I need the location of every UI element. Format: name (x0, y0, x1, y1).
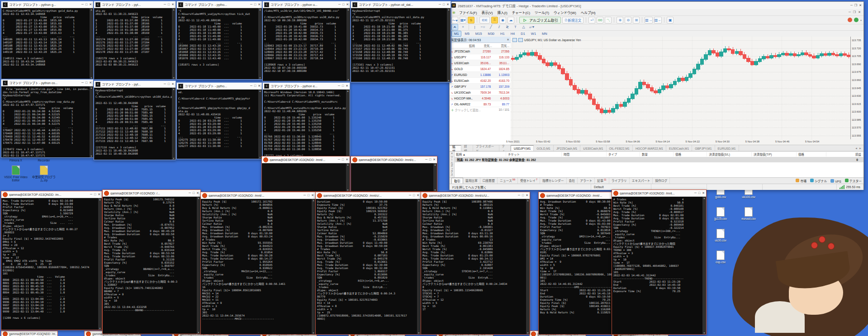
minimize-button[interactable]: ─ (518, 193, 520, 198)
scrollbar[interactable] (98, 198, 102, 330)
signal-icon[interactable]: ◉ (499, 17, 506, 24)
maximize-button[interactable]: □ (254, 2, 256, 7)
window-titlebar[interactable]: gamma@DESKTOP-IG3QNDD: /m...─□✕ (1, 191, 102, 198)
scrollbar[interactable] (172, 88, 175, 160)
crosshair-tool-icon[interactable]: + (460, 24, 466, 30)
timeframe-W1[interactable]: W1 (528, 31, 539, 37)
vertical-line-tool-icon[interactable]: | (471, 24, 478, 30)
terminal-body[interactable]: Duration 0 days 19:59:00 Exposure Time [… (316, 199, 421, 334)
arrows-dropdown-icon[interactable]: ▵▫▾ (528, 24, 535, 30)
timeframe-MN[interactable]: MN (539, 31, 550, 37)
minimize-button[interactable]: ─ (81, 80, 84, 85)
toolbox-tab-エキスパート[interactable]: エキスパート (630, 178, 653, 184)
horizontal-line-tool-icon[interactable]: −○ (479, 24, 486, 30)
cloud-icon[interactable]: ☁ (508, 17, 514, 24)
zoom-in-icon[interactable]: ⊕ (617, 17, 623, 24)
minimize-button[interactable]: ─ (850, 3, 853, 8)
mw-tab-ティ[interactable]: ティ (499, 145, 511, 151)
close-button[interactable]: ✕ (417, 193, 419, 198)
terminal-body[interactable]: Equity Peak [$] 100389.987496 Return [%]… (421, 199, 530, 334)
lock-icon[interactable]: ⚿ (491, 17, 498, 24)
minimize-button[interactable]: ─ (189, 191, 191, 195)
scrollbar[interactable] (258, 90, 262, 159)
close-button[interactable]: ✕ (196, 191, 199, 195)
mw-tab-銘柄[interactable]: 銘柄 (450, 145, 461, 151)
maximize-button[interactable]: □ (85, 2, 87, 7)
window-titlebar[interactable]: Cコマンド プロンプト - python e...─□✕ (263, 83, 350, 90)
toolbox-tab-取引[interactable]: 取引 (451, 178, 463, 184)
desktop-icon-Recorder[interactable]: Recorder (32, 158, 56, 162)
chart-tab-HGCOP-MAR22,M1[interactable]: HGCOP-MAR22,M1 (633, 145, 666, 151)
window-titlebar[interactable]: Cコマンド プロンプト - python oil_dat...─□✕ (351, 1, 451, 8)
ide-button[interactable]: IDE (479, 17, 490, 24)
menu-item-表示(V)[interactable]: 表示(V) (479, 9, 495, 15)
market-watch-row[interactable]: ↘HGCOP-MA..4.59464.6003 (450, 95, 511, 101)
terminal-body[interactable]: KeyboardInterrupt ^C C:¥Users¥labo¥MT5_o… (351, 8, 451, 82)
minimize-button[interactable]: ─ (90, 192, 92, 197)
toolbox-vertical-label[interactable]: ツールボックス (450, 156, 454, 176)
depth-of-market-icon[interactable] (512, 38, 517, 42)
toolbox-tab-ニュース[interactable]: ニュース99 (498, 178, 518, 184)
scrollbar[interactable] (197, 197, 200, 334)
scrollbar[interactable] (172, 8, 175, 79)
close-button[interactable]: ✕ (859, 3, 862, 8)
chart-close-button[interactable]: ✕ (858, 10, 861, 14)
statusicon-テスター[interactable]: テスター (845, 179, 862, 183)
scrollbar[interactable] (90, 86, 93, 157)
minimize-button[interactable]: ─ (304, 193, 306, 198)
toolbox-tab-アラート[interactable]: アラート (578, 178, 595, 184)
close-button[interactable]: ✕ (446, 2, 449, 7)
bar-style-dropdown[interactable]: ▦▾ (460, 17, 466, 24)
tab-scroll-left-icon[interactable]: ◄ (855, 147, 858, 150)
chart-tab-JP225Cash,M1[interactable]: JP225Cash,M1 (554, 145, 580, 151)
scrollbar[interactable] (312, 199, 315, 334)
terminal-body[interactable]: Microsoft Windows [Version 10.0.19043.14… (263, 90, 350, 159)
close-button[interactable]: ✕ (89, 80, 92, 85)
window-titlebar[interactable]: gamma@DESKTOP-IG3QNDD: /...─□✕ (103, 190, 200, 197)
menu-item-ウィンドウ(W)[interactable]: ウィンドウ(W) (551, 9, 579, 15)
terminal-body[interactable]: ed. C:¥Users¥labo>cd C:¥Users¥labo¥MT5_g… (177, 90, 262, 159)
tile-windows-icon[interactable]: ⊞ (633, 17, 640, 24)
menu-item-挿入(I)[interactable]: 挿入(I) (495, 9, 510, 15)
maximize-button[interactable]: □ (168, 2, 170, 7)
minimize-button[interactable]: ─ (81, 2, 84, 7)
toolbox-tab-運用比率[interactable]: 運用比率 (463, 178, 480, 184)
maximize-button[interactable]: □ (342, 84, 344, 88)
timeframe-M15[interactable]: M15 (473, 31, 485, 37)
chart-tab-GBPJPY,M1[interactable]: GBPJPY,M1 (692, 145, 715, 151)
scrollbar[interactable] (346, 8, 350, 81)
statusicon-VPS[interactable]: VPS (830, 179, 841, 183)
market-watch-row[interactable]: ↘GOLD1824.471824.85 (450, 66, 511, 72)
chart-minimize-button[interactable]: ─ (849, 10, 851, 14)
terminal-body[interactable]: KeyboardInterrupt ^C C:¥Users¥labo¥MT5_u… (94, 88, 175, 160)
window-titlebar[interactable]: gamma@DESKTOP-IG3QNDD: /mnt/...─□✕ (201, 192, 315, 199)
scrollbar[interactable] (526, 199, 530, 334)
timeframe-D1[interactable]: D1 (518, 31, 528, 37)
account-badge-icon[interactable] (848, 18, 852, 22)
maximize-button[interactable]: □ (94, 192, 96, 197)
add-symbol-label[interactable]: クリックして追加... (455, 108, 481, 112)
tab-scroll-right-icon[interactable]: ► (859, 147, 862, 150)
close-icon[interactable]: ✕ (451, 152, 453, 155)
screenshot-icon[interactable]: ▣ (667, 17, 674, 24)
window-titlebar[interactable]: Cコマンド プロンプト - pytho...─□✕ (177, 83, 262, 90)
window-titlebar[interactable]: gamma@DESKTOP-IG3QNDD: /mnt/c/U...─□✕ (421, 192, 530, 199)
minimize-button[interactable]: ─ (164, 2, 166, 7)
minimize-button[interactable]: ─ (439, 2, 441, 7)
scrollbar[interactable] (417, 199, 421, 334)
maximize-button[interactable]: □ (342, 2, 344, 7)
minimize-button[interactable]: ─ (164, 82, 166, 86)
maximize-button[interactable]: □ (698, 191, 700, 195)
terminal-body[interactable]: Equity Peak [$] 100172.161792 Return [%]… (201, 199, 315, 334)
market-watch-row[interactable]: ↘US30Cash35106...35111... (450, 60, 511, 66)
window-titlebar[interactable]: gamma@DESKTOP-IG3QNDD: /mnt/...─□✕ (262, 156, 350, 163)
desktop-icon-卒業研究プログラム.zip[interactable]: 卒業研究プログラム.zip (32, 166, 56, 182)
market-watch-row[interactable]: ↗GBPJPY157.178157.209 (450, 84, 511, 90)
autoscroll-icon[interactable]: ▥← (654, 17, 662, 24)
close-button[interactable]: ✕ (98, 192, 100, 197)
time-axis[interactable]: 5 Nov 20215 Nov 03:425 Nov 03:505 Nov 03… (511, 139, 851, 145)
mw-tab-詳細[interactable]: 詳細 (461, 145, 473, 151)
new-order-button[interactable]: 🗋 新規注文 (562, 17, 584, 24)
chart-style-dropdown[interactable]: 〜▾ (451, 17, 458, 24)
menu-item-ツール(T)[interactable]: ツール(T) (532, 9, 551, 15)
